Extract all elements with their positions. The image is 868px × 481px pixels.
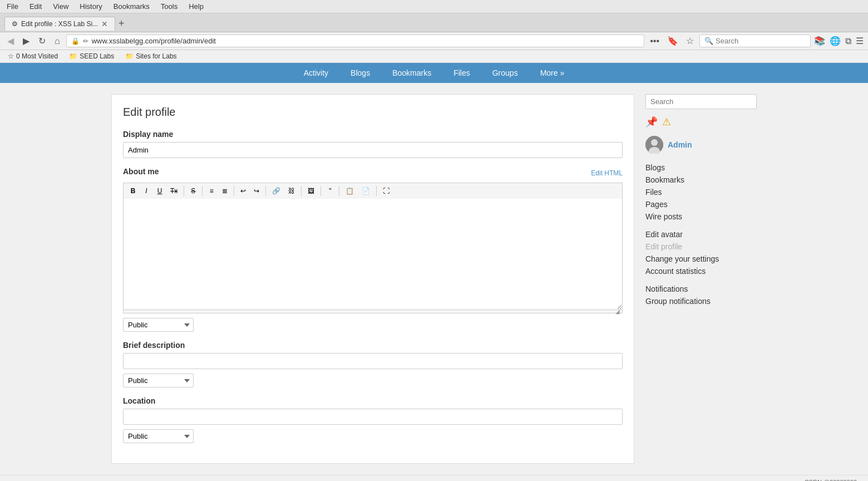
toolbar-strikethrough[interactable]: Tx [167, 185, 181, 197]
sidebar-link-group-notifications[interactable]: Group notifications [645, 297, 757, 306]
back-button[interactable]: ◀ [4, 35, 17, 47]
main-wrapper: Edit profile Display name About me Edit … [100, 83, 768, 475]
nav-actions: ••• 🔖 ☆ [648, 35, 696, 47]
new-window-button[interactable]: 🌐 [830, 36, 841, 46]
pin-icon[interactable]: 📌 [645, 116, 658, 128]
edit-html-link[interactable]: Edit HTML [591, 169, 623, 177]
brief-description-privacy-select[interactable]: Public Logged in users Friends Only me [123, 374, 194, 387]
page-title: Edit profile [123, 106, 623, 119]
menu-view[interactable]: View [51, 1, 71, 12]
bookmark-most-visited[interactable]: ☆ 0 Most Visited [4, 51, 61, 61]
browser-search-bar[interactable]: 🔍 [699, 35, 811, 47]
toolbar-unlink[interactable]: ⛓ [285, 185, 298, 197]
toolbar-image[interactable]: 🖼 [304, 185, 318, 197]
toolbar-separator-3 [234, 186, 234, 196]
bookmark-sites-for-labs[interactable]: 📁 Sites for Labs [122, 51, 180, 61]
location-group: Location Public Logged in users Friends … [123, 396, 623, 443]
tab-close-button[interactable]: ✕ [101, 19, 108, 28]
url-bar[interactable]: 🔒 ✏ www.xsslabelgg.com/profile/admin/edi… [66, 35, 645, 47]
display-name-input[interactable] [123, 142, 623, 158]
sidebar-link-notifications[interactable]: Notifications [645, 284, 757, 293]
menu-bookmarks[interactable]: Bookmarks [111, 1, 152, 12]
menu-file[interactable]: File [4, 1, 21, 12]
library-button[interactable]: 📚 [814, 36, 825, 46]
toolbar-strikethrough2[interactable]: S [187, 185, 199, 197]
sidebar-nav-item-edit-avatar: Edit avatar [645, 228, 757, 240]
brief-description-input[interactable] [123, 353, 623, 369]
toolbar-separator-4 [265, 186, 266, 196]
sidebar-link-account-stats[interactable]: Account statistics [645, 267, 757, 276]
toolbar-paste[interactable]: 📋 [342, 185, 357, 197]
about-me-privacy-select[interactable]: Public Logged in users Friends Only me [123, 318, 194, 332]
nav-blogs[interactable]: Blogs [339, 63, 381, 83]
bookmark-label: SEED Labs [80, 52, 114, 60]
nav-activity[interactable]: Activity [293, 63, 339, 83]
nav-more[interactable]: More » [529, 63, 576, 83]
editor-resize-handle[interactable]: ◢ [123, 310, 623, 313]
location-input[interactable] [123, 409, 623, 425]
menu-help[interactable]: Help [186, 1, 206, 12]
nav-files[interactable]: Files [442, 63, 481, 83]
reload-button[interactable]: ↻ [36, 35, 48, 47]
location-privacy-select[interactable]: Public Logged in users Friends Only me [123, 429, 194, 443]
bookmark-label: 0 Most Visited [16, 52, 58, 60]
new-tab-button[interactable]: + [119, 18, 125, 30]
sidebar-link-pages[interactable]: Pages [645, 200, 757, 209]
toolbar-link[interactable]: 🔗 [269, 185, 284, 197]
sidebar-link-blogs[interactable]: Blogs [645, 163, 757, 172]
menu-edit[interactable]: Edit [27, 1, 44, 12]
main-content: Edit profile Display name About me Edit … [111, 94, 634, 464]
warning-icon[interactable]: ⚠ [662, 116, 671, 128]
bookmark-seed-labs[interactable]: 📁 SEED Labs [66, 51, 117, 61]
sidebar-link-files[interactable]: Files [645, 188, 757, 197]
page-footer: CSDN @20232903 [0, 475, 868, 481]
browser-navbar: ◀ ▶ ↻ ⌂ 🔒 ✏ www.xsslabelgg.com/profile/a… [0, 32, 868, 50]
star-button[interactable]: ☆ [684, 35, 696, 47]
browser-search-input[interactable] [716, 37, 806, 45]
display-name-label: Display name [123, 130, 623, 139]
star-icon: ☆ [8, 52, 14, 60]
folder-icon: 📁 [69, 52, 77, 60]
pocket-button[interactable]: 🔖 [665, 35, 680, 47]
toolbar-fullscreen[interactable]: ⛶ [379, 185, 393, 197]
sidebar-link-wire-posts[interactable]: Wire posts [645, 212, 757, 221]
forward-button[interactable]: ▶ [20, 35, 32, 47]
sidebar-username[interactable]: Admin [668, 140, 692, 149]
sidebar-link-edit-avatar[interactable]: Edit avatar [645, 230, 757, 239]
nav-groups[interactable]: Groups [481, 63, 529, 83]
sidebar-link-change-settings[interactable]: Change your settings [645, 254, 757, 263]
toolbar-separator-8 [376, 186, 377, 196]
split-view-button[interactable]: ⧉ [845, 36, 851, 46]
active-tab[interactable]: ⚙ Edit profile : XSS Lab Si... ✕ [4, 17, 115, 31]
sidebar-user: Admin [645, 136, 757, 154]
sidebar-nav-item-blogs: Blogs [645, 161, 757, 174]
search-icon: 🔍 [704, 37, 713, 45]
sidebar-link-edit-profile[interactable]: Edit profile [645, 242, 757, 251]
sidebar-nav-item-account-stats: Account statistics [645, 265, 757, 277]
home-button[interactable]: ⌂ [52, 35, 63, 47]
bookmarks-bar: ☆ 0 Most Visited 📁 SEED Labs 📁 Sites for… [0, 50, 868, 63]
toolbar-underline[interactable]: U [154, 185, 166, 197]
menu-tools[interactable]: Tools [159, 1, 180, 12]
browser-tabbar: ⚙ Edit profile : XSS Lab Si... ✕ + [0, 13, 868, 32]
sidebar-link-bookmarks[interactable]: Bookmarks [645, 175, 757, 184]
toolbar-ul[interactable]: ≣ [219, 185, 231, 197]
toolbar-redo[interactable]: ↪ [250, 185, 263, 197]
hamburger-menu-button[interactable]: ☰ [856, 36, 864, 46]
toolbar-blockquote[interactable]: " [324, 185, 336, 197]
sidebar-nav-item-change-settings: Change your settings [645, 253, 757, 265]
more-button[interactable]: ••• [648, 35, 662, 47]
browser-menubar: File Edit View History Bookmarks Tools H… [0, 0, 868, 13]
nav-bookmarks[interactable]: Bookmarks [381, 63, 442, 83]
edit-url-icon: ✏ [83, 37, 88, 45]
menu-history[interactable]: History [77, 1, 104, 12]
toolbar-bold[interactable]: B [127, 185, 139, 197]
about-me-textarea[interactable] [123, 199, 623, 310]
toolbar-undo[interactable]: ↩ [237, 185, 249, 197]
sidebar-search-input[interactable] [645, 94, 757, 109]
toolbar-italic[interactable]: I [140, 185, 152, 197]
toolbar-paste-plain[interactable]: 📄 [358, 185, 373, 197]
toolbar-separator-2 [202, 186, 203, 196]
sidebar-nav-item-pages: Pages [645, 198, 757, 210]
toolbar-ol[interactable]: ≡ [205, 185, 218, 197]
